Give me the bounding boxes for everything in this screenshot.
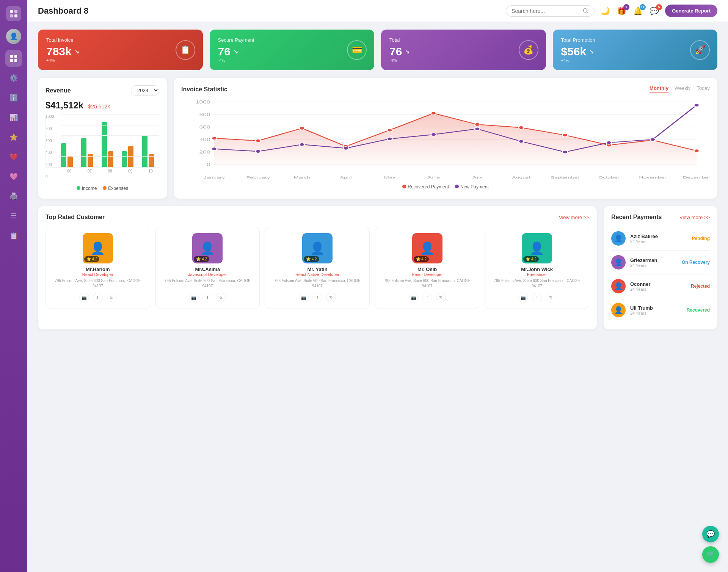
stat-card-green: Secure Payment 76 ↘ -4% 💳 [210,30,375,70]
svg-point-28 [431,111,436,115]
instagram-icon[interactable]: 📷 [189,293,199,302]
customer-rating: ⭐ 4.2 [523,256,539,262]
dark-mode-toggle[interactable]: 🌙 [601,6,610,16]
top-customers-view-more[interactable]: View more >> [559,215,589,220]
instagram-icon[interactable]: 📷 [79,293,89,302]
svg-text:200: 200 [199,150,210,155]
stat-card-teal: Total Promotion $56k ↘ +4% 🚀 [553,30,718,70]
customer-avatar: 👤 ⭐ 4.2 [302,233,333,263]
customer-name: Mr. Osib [380,266,475,272]
invoice-tab-weekly[interactable]: Weekly [675,85,690,93]
svg-text:April: April [340,175,351,179]
facebook-icon[interactable]: f [422,293,432,302]
svg-rect-7 [14,59,17,62]
bell-badge: 12 [640,4,646,10]
customer-card: 👤 ⭐ 4.2 Mrs.Asima Javascript Developer 7… [155,227,260,309]
revenue-title: Revenue [46,87,71,94]
payment-status: Pending [692,236,710,241]
cart-float-btn[interactable]: 🛒 [702,546,719,563]
instagram-icon[interactable]: 📷 [409,293,419,302]
income-bar [61,143,66,167]
svg-text:December: December [683,175,710,179]
sidebar-item-info[interactable]: ℹ️ [5,89,22,106]
support-float-btn[interactable]: 💬 [702,526,719,542]
expense-bar [108,151,113,167]
top-customers-card: Top Rated Customer View more >> 👤 ⭐ 4.2 … [38,206,597,329]
payment-item: 👤 Oconner 24 Years Rejected [611,274,710,298]
customers-grid: 👤 ⭐ 4.2 Mr.Hariom React Developer 795 Fo… [46,227,589,309]
facebook-icon[interactable]: f [93,293,103,302]
svg-point-37 [299,143,304,146]
svg-rect-5 [14,55,17,58]
recent-payments-view-more[interactable]: View more >> [679,215,710,220]
facebook-icon[interactable]: f [532,293,542,302]
bell-icon-btn[interactable]: 🔔 12 [633,6,643,16]
svg-marker-22 [214,113,697,165]
customer-socials: 📷 f 𝕏 [270,293,365,302]
sidebar-item-list[interactable]: 📋 [5,227,22,244]
invoice-tab-monthly[interactable]: Monthly [650,85,668,93]
message-icon-btn[interactable]: 💬 5 [650,6,659,16]
svg-text:August: August [512,175,530,179]
sidebar-item-print[interactable]: 🖨️ [5,188,22,205]
avatar[interactable]: 👤 [6,29,21,44]
search-bar[interactable] [506,5,595,17]
twitter-icon[interactable]: 𝕏 [326,293,336,302]
instagram-icon[interactable]: 📷 [299,293,309,302]
payment-name: Griezerman [630,257,677,263]
payment-item: 👤 Griezerman 24 Years On Recovery [611,251,710,274]
generate-report-button[interactable]: Generate Report [665,5,717,17]
customer-card: 👤 ⭐ 4.2 Mr.John Wick Freelancer 795 Fols… [485,227,589,309]
svg-text:800: 800 [199,113,210,117]
svg-point-8 [584,8,587,12]
income-bar [102,122,107,167]
sidebar-item-star[interactable]: ⭐ [5,129,22,146]
expense-bar [67,157,73,167]
instagram-icon[interactable]: 📷 [518,293,528,302]
invoice-tab-today[interactable]: Today [697,85,710,93]
customer-card: 👤 ⭐ 4.2 Mr.Hariom React Developer 795 Fo… [46,227,150,309]
sidebar-item-analytics[interactable]: 📊 [5,109,22,126]
customer-avatar: 👤 ⭐ 4.2 [83,233,113,263]
twitter-icon[interactable]: 𝕏 [436,293,446,302]
twitter-icon[interactable]: 𝕏 [107,293,116,302]
payment-info: Aziz Bakree 24 Years [630,234,687,244]
customer-socials: 📷 f 𝕏 [380,293,475,302]
sidebar-item-menu[interactable]: ☰ [5,208,22,224]
svg-point-23 [212,136,217,140]
svg-text:October: October [598,175,620,179]
sidebar-logo [6,6,21,21]
customer-address: 795 Folsom Ave, Suite 600 San Francisco,… [50,278,145,289]
payment-status: Rejected [691,284,710,289]
svg-text:March: March [294,175,311,179]
payment-status: On Recovery [682,260,710,265]
svg-rect-4 [10,55,13,58]
sidebar-item-dashboard[interactable] [5,50,22,67]
year-select[interactable]: 202320222021 [131,85,159,96]
svg-text:June: June [427,175,440,179]
svg-point-24 [256,139,261,143]
payment-name: Oconner [630,281,686,287]
sidebar-item-favorite[interactable]: 🩷 [5,168,22,185]
customer-rating: ⭐ 4.2 [194,256,209,262]
payment-age: 24 Years [630,239,687,244]
search-input[interactable] [511,8,580,14]
svg-text:600: 600 [199,125,210,130]
stat-card-purple: Total 76 ↘ -4% 💰 [381,30,546,70]
svg-point-45 [650,138,656,141]
sidebar-item-heart[interactable]: ❤️ [5,149,22,165]
gift-icon-btn[interactable]: 🎁 2 [617,6,626,16]
payment-item: 👤 Uli Trumb 24 Years Recovered [611,298,710,322]
sidebar-item-settings[interactable]: ⚙️ [5,70,22,86]
payment-avatar: 👤 [611,255,626,270]
svg-rect-6 [10,59,13,62]
facebook-icon[interactable]: f [312,293,322,302]
invoice-card-header: Invoice Statistic MonthlyWeeklyToday [181,85,710,93]
payment-avatar: 👤 [611,279,626,293]
twitter-icon[interactable]: 𝕏 [546,293,555,302]
svg-text:January: January [204,175,225,179]
twitter-icon[interactable]: 𝕏 [216,293,226,302]
svg-point-31 [562,133,568,137]
recent-payments-header: Recent Payments View more >> [611,214,710,221]
facebook-icon[interactable]: f [202,293,212,302]
